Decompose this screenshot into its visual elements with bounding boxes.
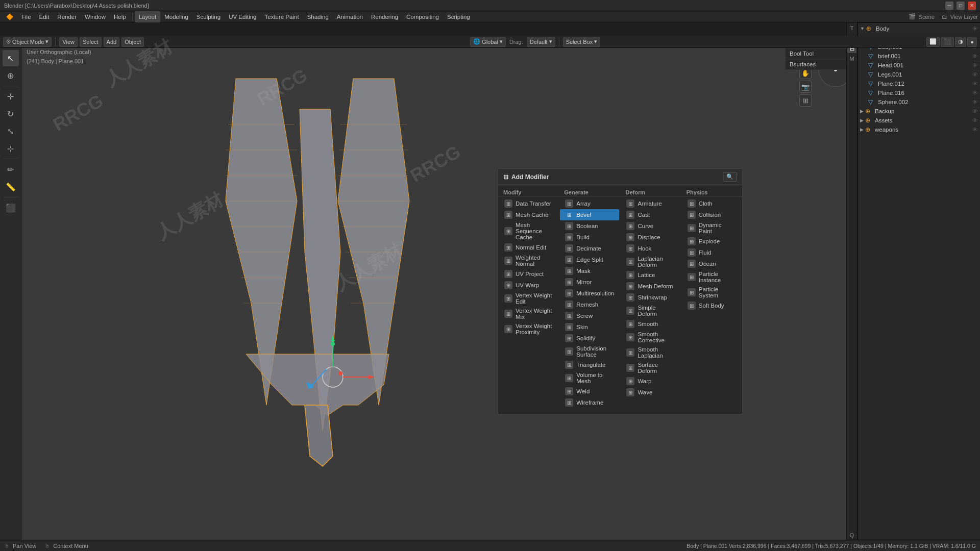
cursor-tool[interactable]: ⊕ xyxy=(3,67,19,84)
render-btn[interactable]: ● xyxy=(967,37,977,47)
vis-s002[interactable]: 👁 xyxy=(972,99,978,105)
menu-window[interactable]: Window xyxy=(81,11,110,22)
tab-rendering[interactable]: Rendering xyxy=(367,11,402,22)
mod-ocean[interactable]: ⊞ Ocean xyxy=(682,258,741,269)
mod-shrinkwrap[interactable]: ⊞ Shrinkwrap xyxy=(621,292,680,303)
mod-collision[interactable]: ⊞ Collision xyxy=(682,209,741,220)
vis-backup[interactable]: 👁 xyxy=(972,108,978,114)
move-tool[interactable]: ✛ xyxy=(3,88,19,105)
mod-build[interactable]: ⊞ Build xyxy=(560,232,619,243)
measure-tool[interactable]: 📏 xyxy=(3,179,19,195)
tab-compositing[interactable]: Compositing xyxy=(402,11,443,22)
mod-multires[interactable]: ⊞ Multiresolution xyxy=(560,288,619,299)
prop-tab-misc[interactable]: M xyxy=(847,54,856,63)
mod-cast[interactable]: ⊞ Cast xyxy=(621,209,680,220)
collection-body[interactable]: ▼ ⊕ Body 👁 xyxy=(858,24,980,33)
camera-btn[interactable]: 📷 xyxy=(799,81,812,93)
mod-armature[interactable]: ⊞ Armature xyxy=(621,198,680,209)
mod-mesh-cache[interactable]: ⊞ Mesh Cache xyxy=(499,209,558,220)
menu-edit[interactable]: Edit xyxy=(35,11,54,22)
tab-modeling[interactable]: Modeling xyxy=(160,11,192,22)
mod-particle-system[interactable]: ⊞ Particle System xyxy=(682,285,741,300)
mod-cloth[interactable]: ⊞ Cloth xyxy=(682,198,741,209)
mod-simple-deform[interactable]: ⊞ Simple Deform xyxy=(621,303,680,318)
mod-boolean[interactable]: ⊞ Boolean xyxy=(560,220,619,232)
item-plane016[interactable]: ▽ Plane.016 👁 xyxy=(858,88,980,97)
mod-array[interactable]: ⊞ Array xyxy=(560,198,619,209)
mod-curve[interactable]: ⊞ Curve xyxy=(621,220,680,232)
bool-tool-item[interactable]: Bool Tool xyxy=(786,48,846,59)
mod-mesh-deform[interactable]: ⊞ Mesh Deform xyxy=(621,281,680,292)
mod-soft-body[interactable]: ⊞ Soft Body xyxy=(682,300,741,311)
object-mode-btn[interactable]: ⊙ Object Mode ▾ xyxy=(3,37,52,47)
mod-warp[interactable]: ⊞ Warp xyxy=(621,375,680,387)
mod-displace[interactable]: ⊞ Displace xyxy=(621,232,680,243)
vis-legs[interactable]: 👁 xyxy=(972,71,978,78)
tab-scripting[interactable]: Scripting xyxy=(443,11,474,22)
mod-triangulate[interactable]: ⊞ Triangulate xyxy=(560,359,619,370)
maximize-button[interactable]: □ xyxy=(957,2,965,10)
mod-decimate[interactable]: ⊞ Decimate xyxy=(560,243,619,254)
tab-sculpting[interactable]: Sculpting xyxy=(192,11,225,22)
mod-lattice[interactable]: ⊞ Lattice xyxy=(621,269,680,281)
item-sphere002[interactable]: ▽ Sphere.002 👁 xyxy=(858,97,980,107)
material-btn[interactable]: ◑ xyxy=(955,37,966,47)
add-cube-tool[interactable]: ⬛ xyxy=(3,199,19,216)
menu-help[interactable]: Help xyxy=(110,11,130,22)
mod-smooth-laplacian[interactable]: ⊞ Smooth Laplacian xyxy=(621,345,680,360)
rotate-tool[interactable]: ↻ xyxy=(3,106,19,122)
mod-surface-deform[interactable]: ⊞ Surface Deform xyxy=(621,360,680,375)
menu-render[interactable]: Render xyxy=(53,11,81,22)
solid-btn[interactable]: ⬛ xyxy=(941,37,954,47)
vis-head[interactable]: 👁 xyxy=(972,62,978,68)
mod-smooth-corrective[interactable]: ⊞ Smooth Corrective xyxy=(621,330,680,345)
collection-backup[interactable]: ▶ ⊕ Backup 👁 xyxy=(858,107,980,116)
mod-remesh[interactable]: ⊞ Remesh xyxy=(560,299,619,310)
wire-btn[interactable]: ⬜ xyxy=(926,37,940,47)
mod-explode[interactable]: ⊞ Explode xyxy=(682,236,741,247)
object-menu[interactable]: Object xyxy=(121,37,144,47)
mod-smooth[interactable]: ⊞ Smooth xyxy=(621,318,680,330)
mod-laplacian-deform[interactable]: ⊞ Laplacian Deform xyxy=(621,254,680,269)
modifier-search[interactable]: 🔍 xyxy=(723,172,737,182)
mod-wireframe[interactable]: ⊞ Wireframe xyxy=(560,397,619,408)
mod-vol-to-mesh[interactable]: ⊞ Volume to Mesh xyxy=(560,370,619,386)
item-head001[interactable]: ▽ Head.001 👁 xyxy=(858,61,980,70)
mod-mask[interactable]: ⊞ Mask xyxy=(560,265,619,277)
minimize-button[interactable]: ─ xyxy=(945,2,953,10)
mod-normal-edit[interactable]: ⊞ Normal Edit xyxy=(499,242,558,253)
bsurfaces-item[interactable]: Bsurfaces xyxy=(786,59,846,69)
select-tool[interactable]: ↖ xyxy=(3,50,19,66)
annotate-tool[interactable]: ✏ xyxy=(3,161,19,178)
mod-dynamic-paint[interactable]: ⊞ Dynamic Paint xyxy=(682,220,741,236)
menu-file[interactable]: File xyxy=(17,11,35,22)
prop-tab-tool[interactable]: T xyxy=(847,23,856,33)
transform-tool[interactable]: ⊹ xyxy=(3,140,19,157)
mod-mesh-seq-cache[interactable]: ⊞ Mesh Sequence Cache xyxy=(499,220,558,242)
tab-animation[interactable]: Animation xyxy=(333,11,367,22)
vis-body[interactable]: 👁 xyxy=(972,26,978,32)
mod-weld[interactable]: ⊞ Weld xyxy=(560,386,619,397)
tab-uv-editing[interactable]: UV Editing xyxy=(225,11,260,22)
grid-btn[interactable]: ⊞ xyxy=(799,94,812,107)
mod-solidify[interactable]: ⊞ Solidify xyxy=(560,333,619,344)
mod-vw-edit[interactable]: ⊞ Vertex Weight Edit xyxy=(499,291,558,306)
mod-hook[interactable]: ⊞ Hook xyxy=(621,243,680,254)
collection-assets[interactable]: ▶ ⊕ Assets 👁 xyxy=(858,116,980,125)
collection-weapons[interactable]: ▶ ⊕ weapons 👁 xyxy=(858,125,980,134)
vis-assets[interactable]: 👁 xyxy=(972,117,978,123)
scale-tool[interactable]: ⤡ xyxy=(3,123,19,139)
vis-p016[interactable]: 👁 xyxy=(972,90,978,96)
tab-shading[interactable]: Shading xyxy=(303,11,333,22)
vis-weapons[interactable]: 👁 xyxy=(972,127,978,133)
mod-particle-instance[interactable]: ⊞ Particle Instance xyxy=(682,269,741,285)
mod-fluid[interactable]: ⊞ Fluid xyxy=(682,247,741,258)
item-legs001[interactable]: ▽ Legs.001 👁 xyxy=(858,70,980,79)
menu-blender[interactable]: 🔶 xyxy=(2,11,17,22)
select-box-btn[interactable]: Select Box ▾ xyxy=(563,37,601,47)
mod-subsurf[interactable]: ⊞ Subdivision Surface xyxy=(560,344,619,359)
mod-skin[interactable]: ⊞ Skin xyxy=(560,321,619,333)
add-menu[interactable]: Add xyxy=(104,37,120,47)
mod-vw-mix[interactable]: ⊞ Vertex Weight Mix xyxy=(499,306,558,321)
mod-edge-split[interactable]: ⊞ Edge Split xyxy=(560,254,619,265)
